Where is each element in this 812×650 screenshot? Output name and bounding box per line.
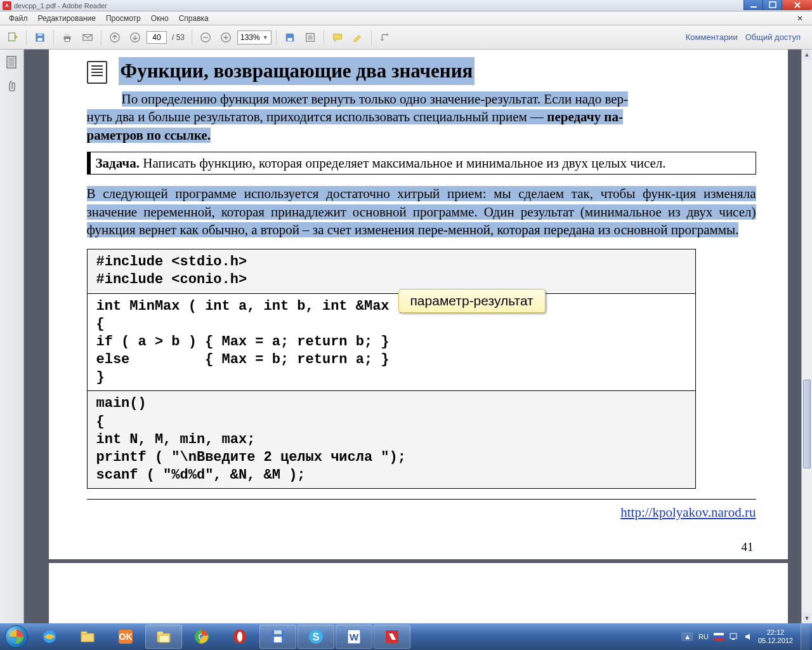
minimize-button[interactable] bbox=[743, 0, 763, 10]
svg-point-30 bbox=[237, 632, 242, 642]
taskbar-explorer[interactable] bbox=[69, 625, 106, 649]
section-heading: Функции, возвращающие два значения bbox=[119, 57, 475, 85]
svg-rect-3 bbox=[37, 37, 42, 41]
comment-button[interactable] bbox=[329, 29, 346, 46]
taskbar-adobe-reader[interactable] bbox=[374, 625, 410, 649]
code-main: main() { int N, M, min, max; printf ( "\… bbox=[87, 391, 695, 489]
taskbar-word[interactable]: W bbox=[336, 625, 372, 649]
tool-save-copy-button[interactable] bbox=[281, 29, 299, 46]
zoom-in-button[interactable] bbox=[217, 29, 235, 46]
code-function: параметр-результатint MinMax ( int a, in… bbox=[87, 293, 695, 391]
zoom-out-button[interactable] bbox=[197, 29, 214, 46]
pdf-icon: A bbox=[3, 1, 11, 10]
taskbar-opera[interactable] bbox=[221, 625, 258, 649]
export-pdf-button[interactable] bbox=[4, 29, 22, 46]
document-area: Функции, возвращающие два значения По оп… bbox=[24, 50, 812, 623]
taskbar-chrome[interactable] bbox=[183, 625, 220, 649]
menu-file[interactable]: Файл bbox=[4, 13, 33, 24]
comments-link[interactable]: Комментарии bbox=[686, 32, 738, 42]
svg-rect-24 bbox=[157, 632, 163, 634]
svg-rect-4 bbox=[37, 33, 42, 36]
page-number: 41 bbox=[87, 539, 756, 555]
document-close-button[interactable]: ✕ bbox=[792, 13, 808, 24]
taskbar-folder-open[interactable] bbox=[145, 625, 182, 649]
svg-rect-17 bbox=[8, 58, 15, 67]
svg-rect-41 bbox=[714, 638, 724, 640]
svg-rect-25 bbox=[159, 635, 169, 642]
page-up-button[interactable] bbox=[106, 29, 124, 46]
tray-overflow-icon[interactable]: ▲ bbox=[681, 632, 693, 641]
thumbnails-icon[interactable] bbox=[4, 55, 20, 70]
svg-rect-15 bbox=[308, 35, 312, 39]
highlight-button[interactable] bbox=[349, 29, 367, 46]
svg-text:S: S bbox=[313, 632, 320, 642]
svg-rect-0 bbox=[750, 6, 757, 8]
svg-rect-1 bbox=[769, 2, 776, 8]
vertical-scrollbar[interactable]: ▲ ▼ bbox=[801, 50, 812, 623]
start-button[interactable] bbox=[3, 623, 30, 650]
page-down-button[interactable] bbox=[126, 29, 144, 46]
toolbar: / 53 133%▼ Комментарии Общий доступ bbox=[0, 25, 812, 50]
footer-link: http://kpolyakov.narod.ru bbox=[87, 503, 756, 521]
email-button[interactable] bbox=[79, 29, 96, 46]
paragraph-2: В следующей программе используется доста… bbox=[87, 185, 756, 239]
save-button[interactable] bbox=[31, 29, 49, 46]
svg-rect-39 bbox=[714, 633, 724, 635]
paragraph-1: По определению функция может вернуть тол… bbox=[87, 90, 756, 144]
svg-rect-33 bbox=[274, 630, 282, 634]
scroll-up-arrow[interactable]: ▲ bbox=[802, 50, 811, 60]
svg-rect-40 bbox=[714, 635, 724, 638]
taskbar-skype[interactable]: S bbox=[298, 625, 334, 649]
code-includes: #include <stdio.h> #include <conio.h> bbox=[87, 249, 695, 293]
tray-volume-icon[interactable] bbox=[744, 632, 753, 641]
pdf-page: Функции, возвращающие два значения По оп… bbox=[49, 50, 788, 623]
menu-view[interactable]: Просмотр bbox=[101, 13, 146, 24]
source-url-link[interactable]: http://kpolyakov.narod.ru bbox=[620, 505, 756, 520]
close-button[interactable] bbox=[782, 0, 812, 10]
svg-rect-43 bbox=[732, 639, 735, 640]
svg-rect-6 bbox=[65, 33, 69, 36]
svg-rect-42 bbox=[730, 633, 737, 639]
svg-rect-2 bbox=[9, 32, 15, 41]
side-panel bbox=[0, 50, 24, 623]
svg-rect-13 bbox=[287, 37, 292, 41]
svg-rect-20 bbox=[81, 632, 87, 634]
menu-help[interactable]: Справка bbox=[174, 13, 214, 24]
chevron-down-icon: ▼ bbox=[263, 34, 268, 41]
scroll-thumb[interactable] bbox=[803, 380, 811, 468]
code-block: #include <stdio.h> #include <conio.h> па… bbox=[87, 249, 696, 489]
tray-clock[interactable]: 22:12 05.12.2012 bbox=[758, 628, 793, 645]
taskbar: OK S W ▲ RU 22:12 05.12.2012 bbox=[0, 623, 812, 650]
document-icon bbox=[87, 61, 107, 84]
horizontal-rule bbox=[87, 499, 756, 500]
attachments-icon[interactable] bbox=[4, 79, 20, 94]
maximize-button[interactable] bbox=[763, 0, 782, 10]
svg-rect-19 bbox=[81, 633, 94, 642]
show-desktop-button[interactable] bbox=[801, 623, 809, 650]
menu-window[interactable]: Окно bbox=[146, 13, 174, 24]
tray-flag-icon[interactable] bbox=[714, 633, 724, 640]
document-filename: devcpp_1.pdf bbox=[14, 2, 56, 10]
svg-text:OK: OK bbox=[119, 632, 133, 642]
zoom-select[interactable]: 133%▼ bbox=[237, 30, 272, 44]
read-mode-button[interactable] bbox=[376, 29, 394, 46]
app-name: Adobe Reader bbox=[62, 2, 107, 10]
task-box: Задача. Написать функцию, которая опреде… bbox=[87, 152, 756, 175]
share-link[interactable]: Общий доступ bbox=[745, 32, 801, 42]
page-number-input[interactable] bbox=[147, 31, 167, 44]
scroll-down-arrow[interactable]: ▼ bbox=[802, 613, 811, 623]
taskbar-app-orange[interactable]: OK bbox=[107, 625, 144, 649]
print-button[interactable] bbox=[58, 29, 76, 46]
svg-text:W: W bbox=[350, 632, 359, 642]
window-titlebar: A devcpp_1.pdf - Adobe Reader bbox=[0, 0, 812, 11]
menu-edit[interactable]: Редактирование bbox=[33, 13, 101, 24]
taskbar-ie[interactable] bbox=[31, 625, 68, 649]
tool-snapshot-button[interactable] bbox=[301, 29, 319, 46]
svg-rect-32 bbox=[274, 637, 282, 642]
svg-rect-7 bbox=[65, 38, 69, 41]
taskbar-save-app[interactable] bbox=[259, 625, 296, 649]
system-tray: ▲ RU 22:12 05.12.2012 bbox=[676, 628, 798, 645]
tray-lang[interactable]: RU bbox=[698, 633, 709, 640]
tray-network-icon[interactable] bbox=[729, 632, 739, 641]
page-total-label: / 53 bbox=[169, 33, 187, 42]
